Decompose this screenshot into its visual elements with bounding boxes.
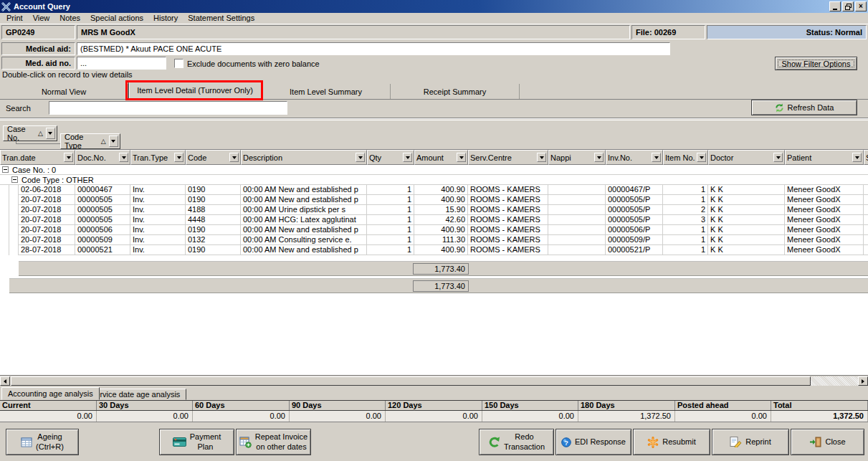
table-row[interactable]: 20-07-201800000505Inv.418800:00 AM Urine… (0, 205, 868, 215)
cell-doctor: K K (708, 215, 785, 225)
cell-serv-centre: ROOMS - KAMERS (468, 185, 548, 195)
column-header-doctor[interactable]: Doctor (708, 150, 785, 165)
cell-nappi (548, 235, 606, 245)
menu-bar: PrintViewNotesSpecial actionsHistoryStat… (0, 13, 868, 24)
menu-item[interactable]: Print (1, 13, 28, 24)
cell-st (864, 205, 868, 215)
close-window-icon[interactable]: × (855, 1, 867, 11)
cell-description: 00:00 AM New and established p (241, 245, 367, 255)
payment-plan-button[interactable]: Payment Plan (159, 429, 234, 455)
reprint-button[interactable]: Reprint (712, 429, 789, 455)
exclude-zero-balance-checkbox[interactable] (174, 59, 183, 68)
filter-dropdown-icon[interactable] (652, 153, 661, 162)
tab-accounting-age-analysis[interactable]: Accounting age analysis (1, 387, 100, 400)
filter-dropdown-icon[interactable] (697, 153, 706, 162)
med-aid-no-field[interactable] (77, 57, 166, 70)
button-bar: Ageing (Ctrl+R)Payment PlanRepeat Invoic… (0, 422, 868, 461)
ageing-button[interactable]: Ageing (Ctrl+R) (6, 429, 79, 455)
cell-doctor: K K (708, 185, 785, 195)
filter-dropdown-icon[interactable] (119, 153, 128, 162)
table-row[interactable]: 20-07-201800000509Inv.013200:00 AM Consu… (0, 235, 868, 245)
menu-item[interactable]: History (148, 13, 183, 24)
filter-dropdown-icon[interactable] (64, 153, 73, 162)
cell-doc-no: 00000505 (75, 205, 130, 215)
search-input[interactable] (52, 102, 284, 114)
resubmit-button[interactable]: Resubmit (633, 429, 710, 455)
cell-code: 0190 (186, 195, 241, 205)
table-row[interactable]: 02-06-201800000467Inv.019000:00 AM New a… (0, 185, 868, 195)
cell-amount: 400.90 (414, 185, 468, 195)
group-box-code-type[interactable]: Code Type △ (60, 133, 120, 149)
cell-serv-centre: ROOMS - KAMERS (468, 215, 548, 225)
filter-dropdown-icon[interactable] (403, 153, 412, 162)
file-number-field: File: 00269 (631, 25, 705, 39)
restore-icon[interactable] (842, 1, 854, 11)
close-button[interactable]: Close (791, 429, 864, 455)
column-header-code[interactable]: Code (186, 150, 241, 165)
button-label: Payment Plan (190, 432, 221, 452)
column-header-doc-no[interactable]: Doc.No. (75, 150, 130, 165)
filter-dropdown-icon[interactable] (537, 153, 546, 162)
edi-response-button[interactable]: ?EDI Response (555, 429, 631, 455)
tab-item-level-detail-turnover-only[interactable]: Item Level Detail (Turnover Only) (128, 81, 262, 99)
column-header-patient[interactable]: Patient (785, 150, 864, 165)
column-header-qty[interactable]: Qty (367, 150, 414, 165)
column-header-item-no[interactable]: Item No. (663, 150, 708, 165)
group-row-code-type[interactable]: Code Type : OTHER (0, 175, 868, 185)
column-header-nappi[interactable]: Nappi (548, 150, 606, 165)
tab-normal-view[interactable]: Normal View (0, 84, 128, 99)
cell-tran-date: 20-07-2018 (19, 215, 75, 225)
group-box-case-no[interactable]: Case No. △ (3, 125, 57, 141)
table-row[interactable]: 20-07-201800000505Inv.019000:00 AM New a… (0, 195, 868, 205)
filter-dropdown-icon[interactable] (594, 153, 604, 162)
menu-item[interactable]: View (28, 13, 55, 24)
horizontal-scrollbar[interactable] (0, 375, 868, 386)
cell-doc-no: 00000505 (75, 215, 130, 225)
button-label: Redo Transaction (504, 432, 545, 452)
repeat-invoice-button[interactable]: Repeat Invoice on other dates (236, 429, 311, 455)
column-header-st[interactable]: St (864, 150, 868, 165)
age-value-60-days: 0.00 (193, 411, 290, 422)
redo-transaction-button[interactable]: Redo Transaction (479, 429, 554, 455)
menu-item[interactable]: Special actions (85, 13, 148, 24)
scrollbar-thumb[interactable] (11, 376, 811, 386)
tab-item-level-summary[interactable]: Item Level Summary (262, 84, 391, 99)
column-header-tran-type[interactable]: Tran.Type (130, 150, 186, 165)
cell-doctor: K K (708, 245, 785, 255)
column-header-description[interactable]: Description (241, 150, 367, 165)
cell-tran-type: Inv. (130, 215, 186, 225)
group-dropdown-icon[interactable] (109, 136, 118, 147)
table-row[interactable]: 28-07-201800000521Inv.019000:00 AM New a… (0, 245, 868, 255)
filter-dropdown-icon[interactable] (356, 153, 365, 162)
filter-dropdown-icon[interactable] (773, 153, 783, 162)
minimize-icon[interactable] (829, 1, 841, 11)
scroll-right-icon[interactable] (858, 376, 868, 386)
column-header-amount[interactable]: Amount (414, 150, 468, 165)
medical-aid-field[interactable]: (BESTMED) * Akuut PACE ONE ACUTE (77, 42, 670, 55)
filter-dropdown-icon[interactable] (174, 153, 183, 162)
refresh-data-button[interactable]: Refresh Data (751, 100, 857, 115)
tab-receipt-summary[interactable]: Receipt Summary (391, 84, 520, 99)
column-header-serv-centre[interactable]: Serv.Centre (468, 150, 548, 165)
cell-st (864, 195, 868, 205)
column-header-inv-no[interactable]: Inv.No. (606, 150, 663, 165)
table-row[interactable]: 20-07-201800000505Inv.444800:00 AM HCG: … (0, 215, 868, 225)
group-row-case[interactable]: Case No. : 0 (0, 165, 868, 175)
menu-item[interactable]: Statement Settings (183, 13, 259, 24)
filter-dropdown-icon[interactable] (852, 153, 862, 162)
cell-item-no: 1 (663, 185, 708, 195)
cell-inv-no: 00000509/P (606, 235, 663, 245)
filter-dropdown-icon[interactable] (457, 153, 466, 162)
table-row[interactable]: 20-07-201800000506Inv.019000:00 AM New a… (0, 225, 868, 235)
cell-st (864, 215, 868, 225)
column-header-tran-date[interactable]: Tran.date (0, 150, 75, 165)
show-filter-options-button[interactable]: Show Filter Options (775, 57, 857, 70)
group-dropdown-icon[interactable] (46, 128, 55, 139)
scroll-left-icon[interactable] (0, 376, 10, 386)
collapse-icon[interactable] (11, 176, 18, 183)
filter-dropdown-icon[interactable] (229, 153, 239, 162)
collapse-icon[interactable] (2, 166, 9, 173)
reprint-icon (730, 437, 742, 447)
med-aid-no-input[interactable] (80, 57, 163, 69)
menu-item[interactable]: Notes (54, 13, 85, 24)
